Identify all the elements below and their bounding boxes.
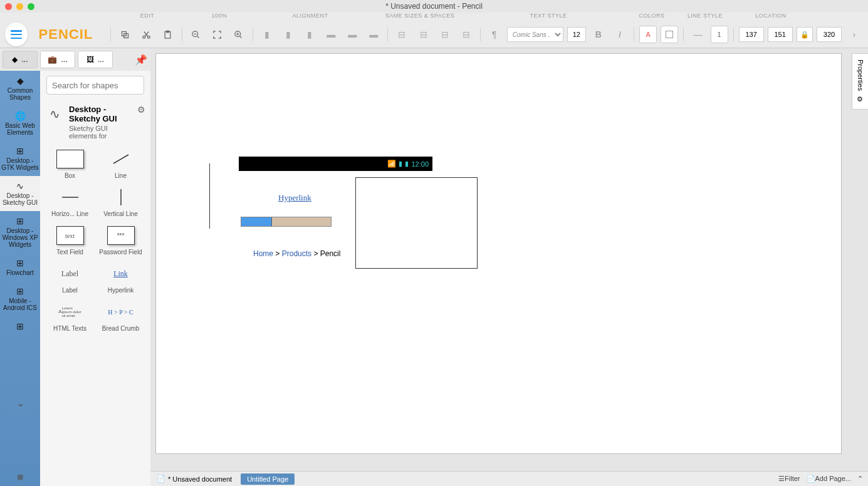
location-y-input[interactable] xyxy=(768,27,793,42)
shapes-tab[interactable]: ◆... xyxy=(3,51,38,68)
canvas-shape-statusbar[interactable]: 📶 ▮ ▮ 12:00 xyxy=(239,157,432,171)
distribute-h-button[interactable]: ⊟ xyxy=(436,26,454,43)
text-format-button[interactable]: ¶ xyxy=(486,26,503,43)
shape-search-input[interactable] xyxy=(46,76,144,95)
same-height-button[interactable]: ⊟ xyxy=(414,26,432,43)
category-grid-button[interactable]: ▦ xyxy=(0,468,40,486)
font-size-input[interactable] xyxy=(567,27,586,42)
shape-breadcrumb[interactable]: H > P > CBread Crumb xyxy=(97,300,144,334)
collection-settings-button[interactable]: ⚙ xyxy=(137,105,145,115)
align-top-button[interactable]: ▬ xyxy=(322,26,340,43)
grid-icon: ⊞ xyxy=(1,146,39,156)
canvas[interactable]: 📶 ▮ ▮ 12:00 Hyperlink Home > Products > … xyxy=(155,53,842,454)
canvas-shape-box[interactable] xyxy=(355,177,478,269)
toolbar-more-button[interactable]: › xyxy=(845,26,863,43)
location-x-input[interactable] xyxy=(739,27,764,42)
font-family-select[interactable]: Comic Sans ... xyxy=(507,27,563,42)
align-bottom-button[interactable]: ▬ xyxy=(365,26,382,43)
window-title: * Unsaved document - Pencil xyxy=(385,2,483,11)
category-flowchart[interactable]: ⊞Flowchart xyxy=(0,253,40,281)
filter-button[interactable]: ☰Filter xyxy=(778,475,800,483)
stencils-tab[interactable]: 💼... xyxy=(40,51,75,68)
text-color-button[interactable]: A xyxy=(639,26,657,43)
sliders-icon: ⚙ xyxy=(856,95,864,103)
section-label-sizes: SAME SIZES & SPACES xyxy=(370,13,470,21)
main-menu-button[interactable] xyxy=(5,23,28,46)
statusbar-time: 12:00 xyxy=(411,160,429,168)
canvas-shape-breadcrumb[interactable]: Home > Products > Pencil xyxy=(253,249,340,259)
canvas-shape-vline[interactable] xyxy=(209,163,210,229)
fill-color-button[interactable] xyxy=(661,26,678,43)
shape-vline[interactable]: Vertical Line xyxy=(97,185,144,220)
collection-icon: ∿ xyxy=(45,105,64,123)
document-icon: 📄 xyxy=(157,475,165,483)
canvas-scroll[interactable]: 📶 ▮ ▮ 12:00 Hyperlink Home > Products > … xyxy=(150,48,868,471)
maximize-window-button[interactable] xyxy=(28,3,34,10)
paste-button[interactable] xyxy=(159,26,176,43)
panel-tabs: ◆... 💼... 🖼... 📌 xyxy=(0,48,150,71)
page-tab[interactable]: Untitled Page xyxy=(241,473,295,485)
shape-box[interactable]: Box xyxy=(46,147,93,182)
italic-button[interactable]: I xyxy=(611,26,629,43)
pages-expand-button[interactable]: ⌃ xyxy=(857,475,863,483)
properties-panel-tab[interactable]: Properties ⚙ xyxy=(852,53,868,110)
shapes-grid: Box Line Horizo... Line Vertical Line te… xyxy=(40,145,150,337)
canvas-shape-progress[interactable] xyxy=(241,217,332,227)
minimize-window-button[interactable] xyxy=(16,3,23,10)
toolbar: EDIT 100% ALIGNMENT SAME SIZES & SPACES … xyxy=(0,13,868,48)
lock-position-button[interactable]: 🔒 xyxy=(797,27,813,42)
signal-icon: ▮ xyxy=(399,160,402,168)
category-android[interactable]: ⊞Mobile - Android ICS xyxy=(0,281,40,316)
copy-button[interactable] xyxy=(116,26,133,43)
zoom-fit-button[interactable] xyxy=(209,26,226,43)
shape-line[interactable]: Line xyxy=(97,147,144,182)
section-label-linestyle: LINE STYLE xyxy=(677,13,733,21)
shape-password[interactable]: ***Password Field xyxy=(97,224,144,258)
distribute-v-button[interactable]: ⊟ xyxy=(458,26,475,43)
window-titlebar: * Unsaved document - Pencil xyxy=(0,0,868,13)
zoom-out-button[interactable] xyxy=(187,26,204,43)
progress-fill xyxy=(241,217,272,226)
align-left-button[interactable]: ▮ xyxy=(258,26,276,43)
category-common-shapes[interactable]: ◆Common Shapes xyxy=(0,71,40,106)
width-input[interactable] xyxy=(817,27,842,42)
shape-textfield[interactable]: textText Field xyxy=(46,224,93,258)
zoom-in-button[interactable] xyxy=(230,26,248,43)
image-icon: 🖼 xyxy=(86,55,94,64)
canvas-shape-hyperlink[interactable]: Hyperlink xyxy=(278,193,311,203)
shape-hline[interactable]: Horizo... Line xyxy=(46,185,93,220)
bold-button[interactable]: B xyxy=(590,26,607,43)
layers-icon: ◆ xyxy=(12,55,18,64)
shape-hyperlink[interactable]: LinkHyperlink xyxy=(97,262,144,296)
same-width-button[interactable]: ⊟ xyxy=(393,26,410,43)
cut-button[interactable] xyxy=(137,26,155,43)
line-style-button[interactable]: — xyxy=(689,26,706,43)
images-tab[interactable]: 🖼... xyxy=(78,51,113,68)
globe-icon: 🌐 xyxy=(1,111,39,121)
document-tab[interactable]: 📄 * Unsaved document xyxy=(150,472,238,486)
category-gtk[interactable]: ⊞Desktop - GTK Widgets xyxy=(0,141,40,176)
shape-htmltexts[interactable]: ALoremipsum dolorsit ametHTML Texts xyxy=(46,300,93,334)
category-basic-web[interactable]: 🌐Basic Web Elements xyxy=(0,106,40,141)
category-expand-button[interactable]: ⌄ xyxy=(0,392,40,414)
align-center-h-button[interactable]: ▮ xyxy=(280,26,297,43)
category-sketchy-gui[interactable]: ∿Desktop - Sketchy GUI xyxy=(0,176,40,211)
align-right-button[interactable]: ▮ xyxy=(301,26,318,43)
sketch-icon: ∿ xyxy=(1,181,39,191)
align-center-v-button[interactable]: ▬ xyxy=(343,26,361,43)
collection-header: ∿ Desktop - Sketchy GUI Sketchy GUI elem… xyxy=(40,100,150,145)
collection-desc: Sketchy GUI elements for xyxy=(69,125,132,140)
line-weight-input[interactable]: 1 xyxy=(711,26,728,43)
pin-panel-button[interactable]: 📌 xyxy=(134,53,148,66)
grid-icon: ⊞ xyxy=(1,286,39,296)
wifi-icon: 📶 xyxy=(387,160,396,168)
add-page-button[interactable]: 📄Add Page... xyxy=(807,475,852,483)
left-panel: ◆... 💼... 🖼... 📌 ◆Common Shapes 🌐Basic W… xyxy=(0,48,150,486)
grid-icon: ⊞ xyxy=(1,258,39,268)
battery-icon: ▮ xyxy=(405,160,409,168)
close-window-button[interactable] xyxy=(5,3,12,10)
category-more[interactable]: ⊞ xyxy=(0,316,40,338)
shapes-icon: ◆ xyxy=(1,76,39,86)
category-windows-xp[interactable]: ⊞Desktop - Windows XP Widgets xyxy=(0,211,40,253)
shape-label[interactable]: LabelLabel xyxy=(46,262,93,296)
